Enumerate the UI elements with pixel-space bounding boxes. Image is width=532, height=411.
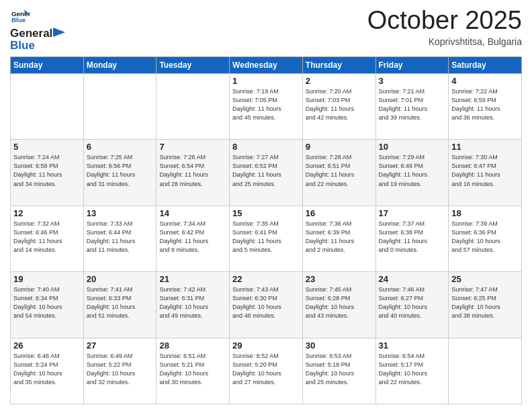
day-details: Sunrise: 7:30 AM Sunset: 6:47 PM Dayligh… bbox=[451, 153, 519, 188]
day-details: Sunrise: 7:21 AM Sunset: 7:01 PM Dayligh… bbox=[379, 87, 446, 122]
calendar-cell: 24Sunrise: 7:46 AM Sunset: 6:27 PM Dayli… bbox=[375, 272, 449, 338]
page: General Blue General Blue October 2025 K… bbox=[0, 0, 532, 411]
calendar-cell: 2Sunrise: 7:20 AM Sunset: 7:03 PM Daylig… bbox=[302, 74, 375, 140]
logo-arrow-icon bbox=[53, 28, 65, 37]
day-details: Sunrise: 7:20 AM Sunset: 7:03 PM Dayligh… bbox=[306, 87, 373, 122]
calendar-cell: 31Sunrise: 6:54 AM Sunset: 5:17 PM Dayli… bbox=[375, 338, 449, 404]
col-sunday: Sunday bbox=[11, 57, 84, 74]
day-number: 7 bbox=[159, 142, 226, 152]
calendar-week-row: 1Sunrise: 7:19 AM Sunset: 7:05 PM Daylig… bbox=[11, 74, 522, 140]
calendar-cell: 19Sunrise: 7:40 AM Sunset: 6:34 PM Dayli… bbox=[11, 272, 84, 338]
day-number: 6 bbox=[87, 142, 154, 152]
day-number: 21 bbox=[159, 274, 226, 284]
day-details: Sunrise: 6:53 AM Sunset: 5:18 PM Dayligh… bbox=[306, 352, 373, 387]
day-details: Sunrise: 7:45 AM Sunset: 6:28 PM Dayligh… bbox=[306, 285, 373, 320]
day-number: 29 bbox=[232, 340, 300, 351]
day-number: 18 bbox=[451, 208, 519, 218]
calendar-cell: 6Sunrise: 7:25 AM Sunset: 6:56 PM Daylig… bbox=[83, 140, 157, 205]
day-number: 1 bbox=[232, 76, 300, 86]
day-number: 13 bbox=[87, 208, 154, 218]
calendar-cell: 1Sunrise: 7:19 AM Sunset: 7:05 PM Daylig… bbox=[230, 74, 303, 140]
day-number: 24 bbox=[379, 274, 446, 284]
calendar-cell: 23Sunrise: 7:45 AM Sunset: 6:28 PM Dayli… bbox=[302, 272, 375, 338]
day-number: 10 bbox=[379, 142, 446, 152]
calendar-cell: 17Sunrise: 7:37 AM Sunset: 6:38 PM Dayli… bbox=[375, 205, 449, 271]
location: Koprivshtitsa, Bulgaria bbox=[367, 36, 522, 47]
day-details: Sunrise: 7:46 AM Sunset: 6:27 PM Dayligh… bbox=[379, 285, 446, 320]
col-monday: Monday bbox=[83, 57, 157, 74]
day-details: Sunrise: 6:48 AM Sunset: 5:24 PM Dayligh… bbox=[13, 352, 81, 387]
day-number: 20 bbox=[87, 274, 154, 284]
calendar-table: Sunday Monday Tuesday Wednesday Thursday… bbox=[10, 56, 522, 404]
day-details: Sunrise: 7:42 AM Sunset: 6:31 PM Dayligh… bbox=[159, 285, 226, 320]
logo-general: General bbox=[10, 27, 52, 40]
day-details: Sunrise: 7:24 AM Sunset: 6:58 PM Dayligh… bbox=[13, 153, 81, 188]
day-details: Sunrise: 6:54 AM Sunset: 5:17 PM Dayligh… bbox=[379, 352, 446, 387]
day-number: 28 bbox=[159, 340, 226, 351]
calendar-cell: 25Sunrise: 7:47 AM Sunset: 6:25 PM Dayli… bbox=[449, 272, 522, 338]
logo-blue: Blue bbox=[10, 39, 66, 52]
calendar-week-row: 5Sunrise: 7:24 AM Sunset: 6:58 PM Daylig… bbox=[11, 140, 522, 205]
day-number: 5 bbox=[13, 142, 81, 152]
calendar-cell: 30Sunrise: 6:53 AM Sunset: 5:18 PM Dayli… bbox=[302, 338, 375, 404]
day-number: 9 bbox=[306, 142, 373, 152]
calendar-cell bbox=[157, 74, 230, 140]
day-details: Sunrise: 7:28 AM Sunset: 6:51 PM Dayligh… bbox=[306, 153, 373, 188]
calendar-cell: 7Sunrise: 7:26 AM Sunset: 6:54 PM Daylig… bbox=[157, 140, 230, 205]
calendar-cell: 29Sunrise: 6:52 AM Sunset: 5:20 PM Dayli… bbox=[230, 338, 303, 404]
day-number: 15 bbox=[232, 208, 300, 218]
day-details: Sunrise: 7:37 AM Sunset: 6:38 PM Dayligh… bbox=[379, 220, 446, 255]
svg-marker-3 bbox=[53, 28, 65, 37]
day-details: Sunrise: 7:19 AM Sunset: 7:05 PM Dayligh… bbox=[232, 87, 300, 122]
day-details: Sunrise: 7:40 AM Sunset: 6:34 PM Dayligh… bbox=[13, 285, 81, 320]
day-number: 25 bbox=[451, 274, 519, 284]
calendar-cell: 26Sunrise: 6:48 AM Sunset: 5:24 PM Dayli… bbox=[11, 338, 84, 404]
day-details: Sunrise: 7:26 AM Sunset: 6:54 PM Dayligh… bbox=[159, 153, 226, 188]
calendar-week-row: 19Sunrise: 7:40 AM Sunset: 6:34 PM Dayli… bbox=[11, 272, 522, 338]
day-number: 19 bbox=[13, 274, 81, 284]
day-number: 22 bbox=[232, 274, 300, 284]
day-details: Sunrise: 7:39 AM Sunset: 6:36 PM Dayligh… bbox=[451, 220, 519, 255]
logo-icon: General Blue bbox=[11, 9, 30, 24]
calendar-cell: 3Sunrise: 7:21 AM Sunset: 7:01 PM Daylig… bbox=[375, 74, 449, 140]
calendar-cell: 15Sunrise: 7:35 AM Sunset: 6:41 PM Dayli… bbox=[230, 205, 303, 271]
logo: General Blue General Blue bbox=[10, 9, 66, 52]
day-number: 4 bbox=[451, 76, 519, 86]
calendar-cell: 14Sunrise: 7:34 AM Sunset: 6:42 PM Dayli… bbox=[157, 205, 230, 271]
day-details: Sunrise: 7:25 AM Sunset: 6:56 PM Dayligh… bbox=[87, 153, 154, 188]
day-details: Sunrise: 7:36 AM Sunset: 6:39 PM Dayligh… bbox=[306, 220, 373, 255]
calendar-cell: 16Sunrise: 7:36 AM Sunset: 6:39 PM Dayli… bbox=[302, 205, 375, 271]
calendar-cell: 5Sunrise: 7:24 AM Sunset: 6:58 PM Daylig… bbox=[11, 140, 84, 205]
col-saturday: Saturday bbox=[449, 57, 522, 74]
day-number: 30 bbox=[306, 340, 373, 351]
calendar-cell bbox=[83, 74, 157, 140]
calendar-cell: 27Sunrise: 6:49 AM Sunset: 5:22 PM Dayli… bbox=[83, 338, 157, 404]
calendar-cell: 21Sunrise: 7:42 AM Sunset: 6:31 PM Dayli… bbox=[157, 272, 230, 338]
calendar-cell: 13Sunrise: 7:33 AM Sunset: 6:44 PM Dayli… bbox=[83, 205, 157, 271]
month-title: October 2025 bbox=[367, 7, 522, 35]
calendar-cell: 9Sunrise: 7:28 AM Sunset: 6:51 PM Daylig… bbox=[302, 140, 375, 205]
calendar-cell: 22Sunrise: 7:43 AM Sunset: 6:30 PM Dayli… bbox=[230, 272, 303, 338]
calendar-header-row: Sunday Monday Tuesday Wednesday Thursday… bbox=[11, 57, 522, 74]
calendar-cell: 4Sunrise: 7:22 AM Sunset: 6:59 PM Daylig… bbox=[449, 74, 522, 140]
day-number: 11 bbox=[451, 142, 519, 152]
day-details: Sunrise: 7:29 AM Sunset: 6:49 PM Dayligh… bbox=[379, 153, 446, 188]
day-details: Sunrise: 7:34 AM Sunset: 6:42 PM Dayligh… bbox=[159, 220, 226, 255]
calendar-cell: 20Sunrise: 7:41 AM Sunset: 6:33 PM Dayli… bbox=[83, 272, 157, 338]
day-number: 2 bbox=[306, 76, 373, 86]
col-friday: Friday bbox=[375, 57, 449, 74]
calendar-cell: 18Sunrise: 7:39 AM Sunset: 6:36 PM Dayli… bbox=[449, 205, 522, 271]
col-thursday: Thursday bbox=[302, 57, 375, 74]
day-number: 12 bbox=[13, 208, 81, 218]
calendar-cell: 10Sunrise: 7:29 AM Sunset: 6:49 PM Dayli… bbox=[375, 140, 449, 205]
day-number: 3 bbox=[379, 76, 446, 86]
calendar-cell bbox=[449, 338, 522, 404]
day-number: 26 bbox=[13, 340, 81, 351]
day-number: 23 bbox=[306, 274, 373, 284]
calendar-week-row: 26Sunrise: 6:48 AM Sunset: 5:24 PM Dayli… bbox=[11, 338, 522, 404]
calendar-week-row: 12Sunrise: 7:32 AM Sunset: 6:46 PM Dayli… bbox=[11, 205, 522, 271]
day-details: Sunrise: 6:49 AM Sunset: 5:22 PM Dayligh… bbox=[87, 352, 154, 387]
day-details: Sunrise: 7:33 AM Sunset: 6:44 PM Dayligh… bbox=[87, 220, 154, 255]
day-details: Sunrise: 7:41 AM Sunset: 6:33 PM Dayligh… bbox=[87, 285, 154, 320]
day-details: Sunrise: 6:52 AM Sunset: 5:20 PM Dayligh… bbox=[232, 352, 300, 387]
